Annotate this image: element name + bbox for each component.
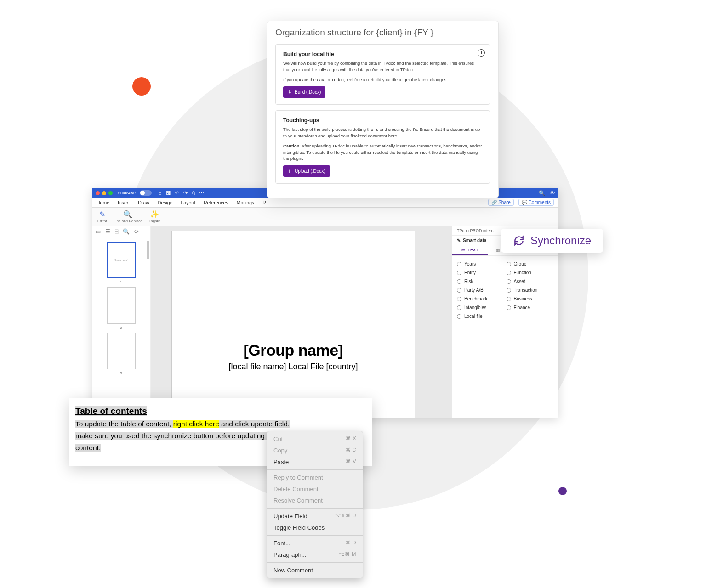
ctx-update-field[interactable]: Update Field⌥⇧⌘ U <box>267 510 363 522</box>
ribbon-find-replace[interactable]: 🔍 Find and Replace <box>114 210 142 223</box>
more-icon[interactable]: ⋯ <box>199 190 204 196</box>
build-section: i Build your local file We will now buil… <box>275 44 490 105</box>
sync-icon <box>513 235 525 247</box>
opt-localfile[interactable]: Local file <box>456 312 506 321</box>
ctx-sep-2 <box>267 508 363 509</box>
ctx-paragraph[interactable]: Paragraph...⌥⌘ M <box>267 549 363 560</box>
menu-draw[interactable]: Draw <box>138 200 149 205</box>
menu-home[interactable]: Home <box>97 200 109 205</box>
document-title: [Group name] <box>172 341 415 359</box>
ctx-font[interactable]: Font...⌘ D <box>267 537 363 549</box>
side-pane-options: Years Group Entity Function Risk Asset P… <box>452 256 558 324</box>
tab-text[interactable]: ▭TEXT <box>452 245 488 255</box>
nav-options-icon[interactable]: ⟳ <box>134 228 139 235</box>
wand-icon: ✨ <box>150 210 159 219</box>
quick-access-toolbar: ⌂ 🖫 ↶ ↷ ⎙ ⋯ <box>159 190 204 196</box>
ctx-sep-1 <box>267 469 363 470</box>
print-icon[interactable]: ⎙ <box>192 190 195 196</box>
maximize-window-icon[interactable] <box>108 191 113 195</box>
tpdoc-side-pane: TPdoc PROD interna ✎ Smart data ▭TEXT ▦T… <box>452 226 558 418</box>
page-thumbnail-2[interactable] <box>107 287 136 324</box>
upload-docx-button[interactable]: ⬆ Upload (.Docx) <box>283 165 330 177</box>
toc-highlight: right click here <box>173 420 219 428</box>
menu-review[interactable]: R <box>262 200 266 205</box>
table-tab-icon: ▦ <box>496 248 500 253</box>
ribbon-logout[interactable]: ✨ Logout <box>149 210 160 223</box>
nav-search-icon[interactable]: 🔍 <box>123 228 130 235</box>
editor-icon: ✎ <box>99 210 105 219</box>
opt-years[interactable]: Years <box>456 260 506 268</box>
minimize-window-icon[interactable] <box>102 191 106 195</box>
ctx-sep-4 <box>267 562 363 563</box>
home-icon[interactable]: ⌂ <box>159 190 162 196</box>
autosave-toggle[interactable] <box>140 190 152 196</box>
pencil-icon: ✎ <box>457 238 461 243</box>
thumbnails-scrollbar[interactable] <box>147 241 149 259</box>
nav-outline-icon[interactable]: ⌸ <box>115 228 118 235</box>
opt-intangibles[interactable]: Intangibles <box>456 303 506 312</box>
opt-business[interactable]: Business <box>506 294 555 303</box>
opt-transaction[interactable]: Transaction <box>506 286 555 294</box>
upload-icon: ⬆ <box>288 168 292 174</box>
ctx-copy: Copy⌘ C <box>267 445 363 456</box>
page-thumbnail-3[interactable] <box>107 333 136 369</box>
opt-party-ab[interactable]: Party A/B <box>456 286 506 294</box>
opt-function[interactable]: Function <box>506 268 555 277</box>
menu-layout[interactable]: Layout <box>181 200 195 205</box>
nav-tools: ▭ ☰ ⌸ 🔍 ⟳ <box>92 226 150 237</box>
build-text-1: We will now build your file by combining… <box>283 60 482 73</box>
ctx-delete-comment: Delete Comment <box>267 483 363 495</box>
comments-button[interactable]: 💬 Comments <box>518 199 554 206</box>
word-ribbon: ✎ Editor 🔍 Find and Replace ✨ Logout <box>92 208 558 226</box>
nav-headings-icon[interactable]: ☰ <box>105 228 110 235</box>
modal-title: Organization structure for {client} in {… <box>275 28 490 38</box>
menu-design[interactable]: Design <box>158 200 173 205</box>
opt-entity[interactable]: Entity <box>456 268 506 277</box>
thumb-num-2: 2 <box>97 326 146 330</box>
touch-text-1: The last step of the build process is do… <box>283 126 482 139</box>
text-tab-icon: ▭ <box>461 248 466 252</box>
document-area[interactable]: [Group name] [local file name] Local Fil… <box>151 226 452 418</box>
build-button-label: Build (.Docx) <box>295 90 321 95</box>
synchronize-button[interactable]: Synchronize <box>501 229 603 253</box>
menu-references[interactable]: References <box>204 200 228 205</box>
opt-benchmark[interactable]: Benchmark <box>456 294 506 303</box>
ctx-paste[interactable]: Paste⌘ V <box>267 456 363 468</box>
search-titlebar-icon[interactable]: 🔍 <box>539 190 545 196</box>
visibility-icon[interactable]: 👁 <box>550 190 555 196</box>
caution-label: Caution <box>283 143 299 148</box>
nav-pages-icon[interactable]: ▭ <box>96 228 101 235</box>
ctx-toggle-field-codes[interactable]: Toggle Field Codes <box>267 522 363 533</box>
page-thumbnail-1[interactable]: [Group name] <box>107 242 136 278</box>
opt-finance[interactable]: Finance <box>506 303 555 312</box>
opt-asset[interactable]: Asset <box>506 277 555 286</box>
touch-caution: Caution: After uploading TPdoc is unable… <box>283 143 482 162</box>
touching-ups-section: Touching-ups The last step of the build … <box>275 110 490 184</box>
thumbnails-list: [Group name] 1 2 3 <box>92 237 150 418</box>
toc-line-1: To update the table of content, right cl… <box>75 420 366 428</box>
search-icon: 🔍 <box>123 210 132 219</box>
ctx-new-comment[interactable]: New Comment <box>267 565 363 576</box>
info-icon[interactable]: i <box>478 49 485 57</box>
opt-risk[interactable]: Risk <box>456 277 506 286</box>
undo-icon[interactable]: ↶ <box>175 190 179 196</box>
menu-mailings[interactable]: Mailings <box>237 200 255 205</box>
synchronize-label: Synchronize <box>530 234 591 247</box>
ctx-resolve-comment: Resolve Comment <box>267 495 363 506</box>
upload-button-label: Upload (.Docx) <box>295 169 325 174</box>
close-window-icon[interactable] <box>96 191 100 195</box>
ribbon-editor[interactable]: ✎ Editor <box>97 210 107 223</box>
share-button[interactable]: 🔗 Share <box>488 199 513 206</box>
opt-group[interactable]: Group <box>506 260 555 268</box>
toc-heading: Table of contents <box>75 406 147 416</box>
build-modal: Organization structure for {client} in {… <box>267 21 499 198</box>
build-text-2: If you update the data in TPdoc, feel fr… <box>283 77 482 83</box>
build-docx-button[interactable]: ⬇ Build (.Docx) <box>283 86 325 98</box>
redo-icon[interactable]: ↷ <box>183 190 188 196</box>
thumb-num-3: 3 <box>97 371 146 375</box>
build-heading: Build your local file <box>283 51 482 57</box>
save-icon[interactable]: 🖫 <box>166 190 171 196</box>
autosave-label: AutoSave <box>118 191 136 195</box>
menu-insert[interactable]: Insert <box>118 200 130 205</box>
ctx-sep-3 <box>267 535 363 536</box>
